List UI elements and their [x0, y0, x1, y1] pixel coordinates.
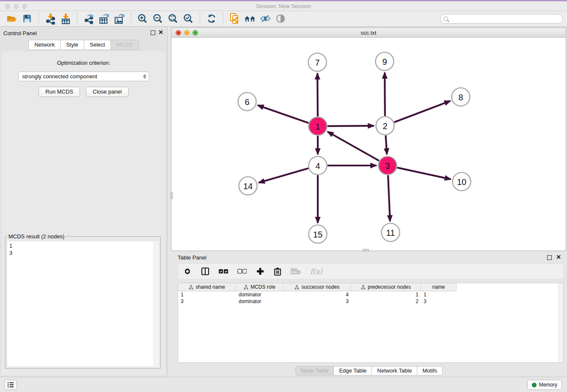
table-cell[interactable]: 4	[284, 291, 351, 298]
tab-network-table[interactable]: Network Table	[372, 366, 417, 375]
run-mcds-button[interactable]: Run MCDS	[39, 87, 80, 97]
task-history-button[interactable]	[4, 380, 17, 390]
graph-node-15[interactable]: 15	[309, 225, 327, 243]
open-session-button[interactable]	[4, 12, 19, 25]
save-session-button[interactable]	[19, 12, 35, 25]
table-cell[interactable]: dominator	[236, 291, 284, 298]
graph-edge-1-2[interactable]	[328, 126, 374, 126]
graph-node-4[interactable]: 4	[309, 157, 327, 175]
table-cell[interactable]: dominator	[236, 298, 284, 305]
graph-edge-3-10[interactable]	[397, 168, 451, 179]
create-column-button[interactable]	[256, 267, 264, 276]
table-cell[interactable]: 3	[284, 298, 351, 305]
mcds-result-box[interactable]: 1 3	[7, 241, 159, 367]
table-cell[interactable]: 3	[178, 298, 236, 305]
control-panel-title: Control Panel	[3, 30, 37, 36]
zoom-fit-icon	[168, 13, 179, 24]
import-table-button[interactable]	[58, 12, 73, 25]
table-settings-button[interactable]	[183, 267, 192, 276]
export-network-button[interactable]	[81, 12, 96, 25]
zoom-in-icon	[137, 13, 148, 24]
search-input[interactable]	[450, 15, 562, 23]
optimization-criterion-label: Optimization criterion:	[2, 60, 165, 66]
table-row[interactable]: 1dominator411	[178, 291, 563, 298]
tab-edge-table[interactable]: Edge Table	[334, 366, 372, 375]
graph-node-6[interactable]: 6	[238, 93, 256, 111]
graph-edge-2-3[interactable]	[385, 135, 387, 155]
table-cell[interactable]: 1	[421, 291, 457, 298]
show-details-button[interactable]	[273, 12, 288, 25]
zoom-selected-icon	[183, 13, 194, 24]
import-network-icon	[44, 13, 56, 25]
graph-node-1[interactable]: 1	[309, 117, 327, 135]
graph-edge-4-14[interactable]	[259, 168, 308, 182]
delete-table-button[interactable]	[291, 268, 301, 275]
show-columns-button[interactable]	[201, 267, 209, 276]
column-tree-icon	[244, 285, 248, 290]
column-header-shared-name[interactable]: shared name	[178, 283, 236, 291]
graph-edge-3-11[interactable]	[388, 175, 390, 221]
mcds-result-scrollbar[interactable]	[154, 242, 158, 366]
table-cell[interactable]: 2	[351, 298, 421, 305]
graph-node-7[interactable]: 7	[308, 53, 327, 72]
graph-svg[interactable]: 7968124314101511	[171, 38, 566, 251]
column-header-successor-nodes[interactable]: successor nodes	[284, 283, 351, 291]
list-icon	[7, 382, 14, 388]
close-table-panel-icon[interactable]: ✕	[556, 255, 561, 259]
tab-select[interactable]: Select	[84, 40, 111, 50]
zoom-out-button[interactable]	[150, 12, 165, 25]
table-cell[interactable]: 1	[178, 291, 236, 298]
horizontal-splitter-grip[interactable]	[363, 249, 369, 251]
graph-edge-1-7[interactable]	[317, 73, 318, 116]
graph-node-14[interactable]: 14	[239, 177, 257, 195]
zoom-selected-button[interactable]	[181, 12, 196, 25]
tab-node-table[interactable]: Node Table	[295, 366, 334, 375]
export-table-button[interactable]	[96, 12, 112, 25]
graph-edge-2-8[interactable]	[394, 101, 451, 122]
refresh-button[interactable]	[204, 12, 219, 25]
node-table-header: shared nameMCDS rolesuccessor nodesprede…	[178, 283, 563, 291]
zoom-in-button[interactable]	[135, 12, 150, 25]
graph-node-9[interactable]: 9	[376, 52, 394, 71]
column-header-predecessor-nodes[interactable]: predecessor nodes	[351, 283, 421, 291]
graph-node-2[interactable]: 2	[376, 117, 394, 135]
table-cell[interactable]: 1	[351, 291, 421, 298]
vertical-splitter-grip[interactable]	[171, 192, 173, 199]
optimization-criterion-select[interactable]: strongly connected component	[18, 72, 149, 81]
select-all-button[interactable]	[219, 269, 228, 274]
graph-node-8[interactable]: 8	[452, 88, 470, 106]
first-neighbors-button[interactable]	[242, 12, 258, 25]
tab-style[interactable]: Style	[61, 40, 84, 50]
table-row[interactable]: 3dominator323	[178, 298, 563, 305]
graph-node-10[interactable]: 10	[453, 173, 471, 191]
float-panel-icon[interactable]	[151, 30, 155, 35]
table-scrollbar[interactable]	[558, 283, 563, 362]
float-table-panel-icon[interactable]	[547, 255, 552, 260]
close-panel-icon[interactable]: ✕	[158, 30, 163, 35]
status-bar: Memory	[0, 377, 567, 392]
graph-node-3[interactable]: 3	[379, 157, 397, 175]
tab-network[interactable]: Network	[28, 40, 61, 50]
node-table[interactable]: shared nameMCDS rolesuccessor nodesprede…	[178, 283, 564, 363]
deselect-all-button[interactable]	[237, 269, 247, 274]
column-header-MCDS-role[interactable]: MCDS role	[236, 283, 284, 291]
copy-network-button[interactable]	[227, 12, 242, 25]
graph-edge-1-6[interactable]	[258, 105, 308, 123]
zoom-fit-button[interactable]	[165, 12, 181, 25]
table-cell[interactable]: 3	[421, 298, 457, 305]
import-network-button[interactable]	[43, 12, 58, 25]
export-image-button[interactable]	[112, 12, 127, 25]
memory-button[interactable]: Memory	[527, 380, 562, 390]
tab-mcds[interactable]: MCDS	[111, 40, 138, 50]
graph-edge-3-1[interactable]	[328, 132, 379, 161]
mcds-result-group: MCDS result (2 nodes) 1 3	[5, 233, 161, 369]
graph-node-11[interactable]: 11	[382, 224, 400, 242]
delete-columns-button[interactable]	[274, 267, 281, 276]
tab-motifs[interactable]: Motifs	[417, 366, 443, 375]
column-header-name[interactable]: name	[421, 283, 457, 291]
close-panel-button[interactable]: Close panel	[86, 87, 129, 97]
function-builder-button[interactable]: f(x)	[310, 267, 322, 276]
network-canvas[interactable]: 7968124314101511	[171, 38, 566, 251]
graph-edge-2-9[interactable]	[385, 72, 385, 116]
hide-details-button[interactable]	[258, 12, 273, 25]
